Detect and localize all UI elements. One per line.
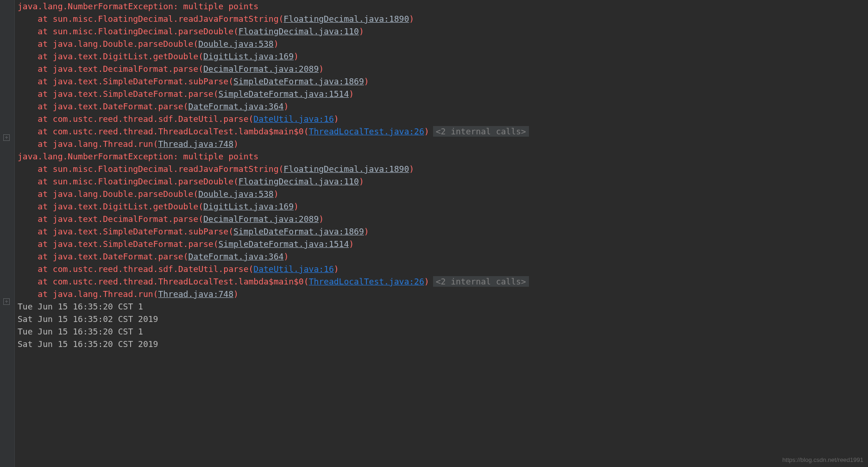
stack-frame-prefix: at sun.misc.FloatingDecimal.parseDouble(	[18, 26, 239, 36]
source-link[interactable]: Thread.java:748	[158, 289, 233, 299]
stdout-line: Sat Jun 15 16:35:20 CST 2019	[18, 339, 158, 349]
console-line: Tue Jun 15 16:35:20 CST 1	[18, 300, 868, 313]
console-line: at java.text.DigitList.getDouble(DigitLi…	[18, 200, 868, 213]
console-line: at java.text.DecimalFormat.parse(Decimal…	[18, 213, 868, 225]
console-line: at com.ustc.reed.thread.sdf.DateUtil.par…	[18, 113, 868, 125]
source-link[interactable]: DecimalFormat.java:2089	[203, 214, 319, 224]
source-link[interactable]: SimpleDateFormat.java:1869	[233, 76, 364, 86]
stack-frame-prefix: at com.ustc.reed.thread.sdf.DateUtil.par…	[18, 264, 253, 274]
console-line: at sun.misc.FloatingDecimal.readJavaForm…	[18, 163, 868, 175]
stack-frame-suffix: )	[233, 289, 239, 299]
source-link[interactable]: Thread.java:748	[158, 139, 233, 149]
console-line: at java.text.DecimalFormat.parse(Decimal…	[18, 63, 868, 75]
console-line: at java.lang.Thread.run(Thread.java:748)	[18, 138, 868, 150]
stack-frame-suffix: )	[274, 189, 279, 199]
source-link[interactable]: DigitList.java:169	[203, 202, 294, 211]
exception-header: java.lang.NumberFormatException: multipl…	[18, 151, 258, 161]
stack-frame-suffix: )	[283, 252, 289, 261]
stack-frame-suffix: )	[294, 51, 299, 61]
stack-frame-prefix: at com.ustc.reed.thread.ThreadLocalTest.…	[18, 277, 309, 286]
console-line: at com.ustc.reed.thread.sdf.DateUtil.par…	[18, 263, 868, 275]
exception-header: java.lang.NumberFormatException: multipl…	[18, 1, 258, 11]
expand-fold-icon[interactable]: +	[3, 134, 10, 141]
console-output[interactable]: java.lang.NumberFormatException: multipl…	[18, 0, 868, 350]
source-link[interactable]: DateUtil.java:16	[253, 114, 333, 124]
console-line: java.lang.NumberFormatException: multipl…	[18, 0, 868, 13]
stack-frame-prefix: at sun.misc.FloatingDecimal.parseDouble(	[18, 177, 239, 186]
stack-frame-suffix: )	[359, 177, 364, 186]
stack-frame-suffix: )	[294, 202, 299, 211]
watermark-text: https://blog.csdn.net/reed1991	[782, 455, 863, 465]
stack-frame-suffix: )	[364, 227, 369, 236]
stack-frame-prefix: at java.text.SimpleDateFormat.parse(	[18, 89, 218, 99]
console-gutter: + +	[0, 0, 15, 467]
source-link[interactable]: DateFormat.java:364	[188, 252, 283, 261]
source-link[interactable]: FloatingDecimal.java:110	[239, 177, 359, 186]
source-link[interactable]: FloatingDecimal.java:1890	[283, 14, 409, 24]
stack-frame-suffix: )	[274, 39, 279, 49]
console-line: at sun.misc.FloatingDecimal.parseDouble(…	[18, 25, 868, 38]
stack-frame-suffix: )	[349, 239, 354, 249]
internal-calls-badge[interactable]: <2 internal calls>	[433, 126, 529, 137]
console-line: at java.text.SimpleDateFormat.subParse(S…	[18, 75, 868, 88]
stack-frame-suffix: )	[319, 64, 324, 74]
source-link[interactable]: Double.java:538	[198, 189, 274, 199]
console-line: java.lang.NumberFormatException: multipl…	[18, 150, 868, 163]
source-link[interactable]: SimpleDateFormat.java:1514	[218, 89, 349, 99]
stack-frame-suffix: )	[334, 114, 339, 124]
source-link[interactable]: DateUtil.java:16	[253, 264, 333, 274]
stack-frame-suffix: )	[424, 277, 429, 286]
stack-frame-prefix: at java.text.DecimalFormat.parse(	[18, 64, 203, 74]
console-line: Tue Jun 15 16:35:20 CST 1	[18, 325, 868, 338]
source-link[interactable]: DateFormat.java:364	[188, 101, 283, 111]
stack-frame-suffix: )	[233, 139, 239, 149]
stack-frame-prefix: at java.text.SimpleDateFormat.subParse(	[18, 227, 233, 236]
console-line: at com.ustc.reed.thread.ThreadLocalTest.…	[18, 275, 868, 288]
stack-frame-suffix: )	[364, 76, 369, 86]
stack-frame-prefix: at com.ustc.reed.thread.sdf.DateUtil.par…	[18, 114, 253, 124]
stack-frame-prefix: at java.text.DigitList.getDouble(	[18, 202, 203, 211]
stack-frame-suffix: )	[334, 264, 339, 274]
source-link[interactable]: SimpleDateFormat.java:1869	[233, 227, 364, 236]
stack-frame-prefix: at java.text.SimpleDateFormat.parse(	[18, 239, 218, 249]
stack-frame-prefix: at java.lang.Thread.run(	[18, 139, 158, 149]
stack-frame-prefix: at com.ustc.reed.thread.ThreadLocalTest.…	[18, 126, 309, 136]
stack-frame-prefix: at java.text.SimpleDateFormat.subParse(	[18, 76, 233, 86]
console-line: at java.lang.Double.parseDouble(Double.j…	[18, 188, 868, 200]
stack-frame-prefix: at java.lang.Double.parseDouble(	[18, 39, 198, 49]
console-line: at java.text.SimpleDateFormat.parse(Simp…	[18, 88, 868, 100]
stack-frame-suffix: )	[424, 126, 429, 136]
stack-frame-suffix: )	[283, 101, 289, 111]
stack-frame-prefix: at java.text.DecimalFormat.parse(	[18, 214, 203, 224]
stack-frame-prefix: at sun.misc.FloatingDecimal.readJavaForm…	[18, 164, 283, 174]
source-link[interactable]: FloatingDecimal.java:1890	[283, 164, 409, 174]
source-link[interactable]: ThreadLocalTest.java:26	[309, 277, 424, 286]
console-line: at java.text.SimpleDateFormat.parse(Simp…	[18, 238, 868, 250]
stack-frame-prefix: at java.text.DateFormat.parse(	[18, 252, 188, 261]
source-link[interactable]: ThreadLocalTest.java:26	[309, 126, 424, 136]
console-line: at java.text.DateFormat.parse(DateFormat…	[18, 250, 868, 263]
stack-frame-suffix: )	[319, 214, 324, 224]
console-line: at java.lang.Double.parseDouble(Double.j…	[18, 38, 868, 50]
stack-frame-suffix: )	[409, 164, 414, 174]
stack-frame-suffix: )	[359, 26, 364, 36]
source-link[interactable]: FloatingDecimal.java:110	[239, 26, 359, 36]
source-link[interactable]: DecimalFormat.java:2089	[203, 64, 319, 74]
expand-fold-icon[interactable]: +	[3, 298, 10, 305]
console-line: at java.text.SimpleDateFormat.subParse(S…	[18, 225, 868, 238]
source-link[interactable]: SimpleDateFormat.java:1514	[218, 239, 349, 249]
stack-frame-prefix: at java.text.DigitList.getDouble(	[18, 51, 203, 61]
source-link[interactable]: DigitList.java:169	[203, 51, 294, 61]
console-line: at com.ustc.reed.thread.ThreadLocalTest.…	[18, 125, 868, 138]
stdout-line: Tue Jun 15 16:35:20 CST 1	[18, 302, 143, 311]
console-line: Sat Jun 15 16:35:02 CST 2019	[18, 313, 868, 325]
stack-frame-suffix: )	[409, 14, 414, 24]
stack-frame-suffix: )	[349, 89, 354, 99]
console-line: at java.text.DateFormat.parse(DateFormat…	[18, 100, 868, 113]
internal-calls-badge[interactable]: <2 internal calls>	[433, 276, 529, 287]
stack-frame-prefix: at java.text.DateFormat.parse(	[18, 101, 188, 111]
console-line: at sun.misc.FloatingDecimal.readJavaForm…	[18, 13, 868, 25]
source-link[interactable]: Double.java:538	[198, 39, 274, 49]
stdout-line: Sat Jun 15 16:35:02 CST 2019	[18, 314, 158, 324]
stack-frame-prefix: at java.lang.Double.parseDouble(	[18, 189, 198, 199]
